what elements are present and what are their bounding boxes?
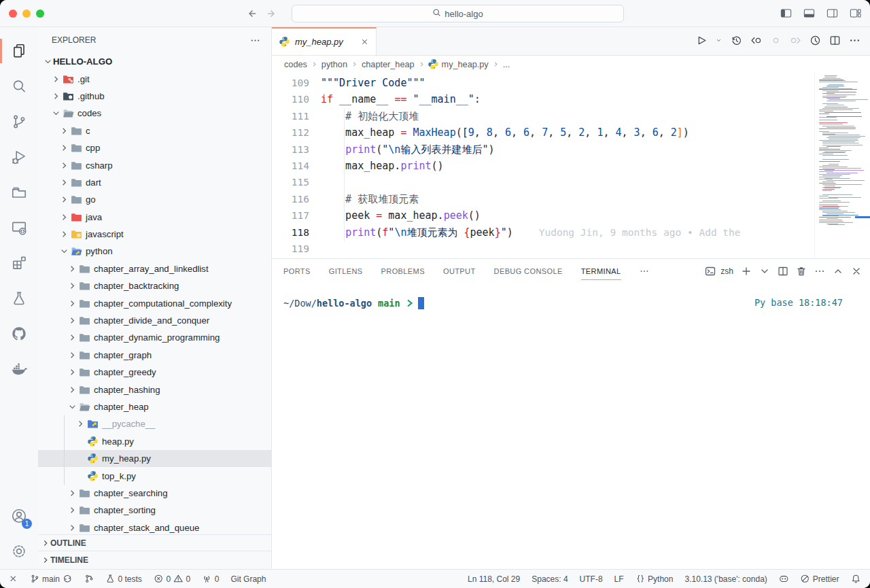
split-editor-icon[interactable] [829, 35, 841, 46]
status-item-python-interpreter[interactable]: 3.10.13 ('base': conda) [684, 574, 767, 584]
gitlens-next-change-icon[interactable] [790, 35, 801, 46]
new-terminal-icon[interactable] [741, 266, 752, 277]
gitlens-change-icon[interactable] [770, 35, 782, 46]
tree-item-go[interactable]: go [38, 191, 271, 208]
activity-bar-item-remote-explorer[interactable] [0, 210, 38, 245]
breadcrumb-item[interactable]: chapter_heap [362, 60, 415, 69]
tab-my-heap-py[interactable]: my_heap.py [272, 27, 377, 55]
status-item-eol[interactable]: LF [614, 574, 624, 584]
code-line-116[interactable]: 116 # 获取堆顶元素 [272, 191, 870, 207]
tree-item-chapter-dynamic-programming[interactable]: chapter_dynamic_programming [38, 329, 271, 346]
status-item-prettier[interactable]: Prettier [800, 574, 839, 584]
status-item-notifications[interactable] [851, 574, 861, 584]
trash-icon[interactable] [796, 266, 807, 277]
breadcrumb-item[interactable]: my_heap.py [442, 60, 489, 69]
status-item-branch[interactable]: main [30, 574, 73, 584]
status-item-remote[interactable] [8, 574, 18, 584]
tree-item--git[interactable]: .git [38, 70, 271, 87]
code-line-111[interactable]: 111 # 初始化大顶堆 [272, 108, 870, 124]
code-line-110[interactable]: 110if __name__ == "__main__": [272, 91, 870, 107]
tree-item--github[interactable]: .github [38, 88, 271, 105]
file-history-icon[interactable] [810, 35, 821, 46]
status-item-cursor-position[interactable]: Ln 118, Col 29 [468, 574, 520, 584]
activity-bar-item-search[interactable] [0, 69, 38, 104]
tree-item-chapter-heap[interactable]: chapter_heap [38, 398, 271, 415]
activity-bar-item-run-debug[interactable] [0, 139, 38, 175]
close-tab-icon[interactable] [360, 37, 369, 46]
tree-item-chapter-graph[interactable]: chapter_graph [38, 347, 271, 364]
code-editor[interactable]: 109"""Driver Code"""110if __name__ == "_… [272, 73, 870, 258]
code-line-117[interactable]: 117 peek = max_heap.peek() [272, 207, 870, 224]
history-icon[interactable] [731, 35, 742, 46]
navigate-back-icon[interactable] [246, 8, 257, 19]
run-dropdown-icon[interactable] [715, 37, 723, 44]
code-line-118[interactable]: 118 print(f"\n堆顶元素为 {peek}")Yudong Jin, … [272, 224, 870, 241]
breadcrumb-item[interactable]: ... [503, 60, 510, 69]
activity-bar-item-testing[interactable] [0, 281, 38, 316]
explorer-more-actions-icon[interactable] [250, 35, 260, 46]
layout-sidebar-right-icon[interactable] [826, 7, 839, 20]
tree-item-c[interactable]: c [38, 122, 271, 139]
tree-item-top-k-py[interactable]: top_k.py [38, 467, 271, 484]
activity-bar-item-project-manager[interactable] [0, 175, 38, 210]
tree-item-chapter-stack-and-queue[interactable]: chapter_stack_and_queue [38, 519, 271, 534]
layout-customize-icon[interactable] [849, 7, 862, 20]
outline-section[interactable]: OUTLINE [38, 534, 271, 551]
activity-bar-item-settings[interactable] [0, 534, 38, 569]
activity-bar-item-explorer[interactable] [0, 33, 38, 69]
status-item-encoding[interactable]: UTF-8 [580, 574, 603, 584]
close-panel-icon[interactable] [851, 266, 862, 277]
more-actions-icon[interactable] [849, 35, 860, 46]
terminal[interactable]: ~/Dow/hello-algo main Py base 18:18:47 [272, 283, 870, 569]
tree-item-codes[interactable]: codes [38, 105, 271, 122]
activity-bar-item-github[interactable] [0, 316, 38, 351]
more-icon[interactable] [814, 266, 825, 277]
tree-item-javascript[interactable]: javascript [38, 226, 271, 243]
timeline-section[interactable]: TIMELINE [38, 551, 271, 569]
tree-item-dart[interactable]: dart [38, 174, 271, 191]
maximize-panel-icon[interactable] [833, 266, 843, 277]
tree-item-hello-algo[interactable]: HELLO-ALGO [38, 53, 271, 70]
status-item-ports[interactable]: 0 [202, 574, 219, 584]
activity-bar-item-accounts[interactable]: 1 [0, 498, 38, 534]
status-item-language-mode[interactable]: Python [636, 574, 674, 584]
activity-bar-item-source-control[interactable] [0, 104, 38, 139]
tree-item-my-heap-py[interactable]: my_heap.py [38, 450, 271, 467]
layout-sidebar-left-icon[interactable] [780, 7, 793, 20]
panel-tab-terminal[interactable]: TERMINAL [581, 259, 621, 283]
tree-item-chapter-sorting[interactable]: chapter_sorting [38, 502, 271, 519]
navigate-forward-icon[interactable] [266, 8, 277, 19]
gitlens-prev-change-icon[interactable] [750, 35, 762, 46]
code-line-109[interactable]: 109"""Driver Code""" [272, 75, 870, 91]
tree-item-python[interactable]: python [38, 243, 271, 260]
code-line-112[interactable]: 112 max_heap = MaxHeap([9, 8, 6, 6, 7, 5… [272, 124, 870, 141]
status-item-problems[interactable]: 00 [154, 574, 190, 584]
code-line-119[interactable]: 119 [272, 241, 870, 257]
status-item-indentation[interactable]: Spaces: 4 [532, 574, 568, 584]
tree-item-chapter-backtracking[interactable]: chapter_backtracking [38, 277, 271, 294]
zoom-window-button[interactable] [36, 10, 44, 18]
code-line-115[interactable]: 115 [272, 174, 870, 190]
tree-item-chapter-hashing[interactable]: chapter_hashing [38, 381, 271, 398]
breadcrumb-item[interactable]: codes [284, 60, 307, 69]
command-center-search[interactable]: hello-algo [292, 5, 624, 22]
tree-item-csharp[interactable]: csharp [38, 156, 271, 173]
tree-item-chapter-divide-and-conquer[interactable]: chapter_divide_and_conquer [38, 312, 271, 329]
tree-item-java[interactable]: java [38, 209, 271, 226]
tree-item-cpp[interactable]: cpp [38, 139, 271, 156]
panel-tabs-overflow-icon[interactable] [640, 266, 649, 276]
run-icon[interactable] [695, 35, 707, 46]
tree-item-heap-py[interactable]: heap.py [38, 433, 271, 450]
status-item-commit-graph[interactable] [84, 574, 94, 584]
code-line-113[interactable]: 113 print("\n输入列表并建堆后") [272, 141, 870, 158]
panel-tab-debug-console[interactable]: DEBUG CONSOLE [494, 259, 563, 283]
panel-tab-ports[interactable]: PORTS [283, 259, 311, 283]
tree-item--pycache-[interactable]: __pycache__ [38, 415, 271, 432]
split-terminal-icon[interactable] [778, 266, 788, 277]
code-line-114[interactable]: 114 max_heap.print() [272, 158, 870, 174]
tree-item-chapter-greedy[interactable]: chapter_greedy [38, 364, 271, 381]
panel-tab-gitlens[interactable]: GITLENS [329, 259, 363, 283]
activity-bar-item-extensions[interactable] [0, 245, 38, 281]
close-window-button[interactable] [9, 10, 17, 18]
status-item-tests[interactable]: 0 tests [105, 574, 142, 584]
